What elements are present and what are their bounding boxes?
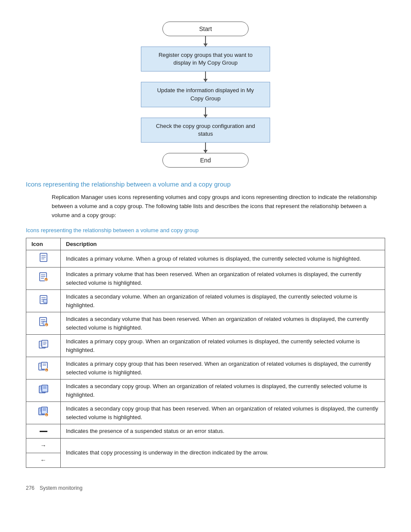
body-text: Replication Manager uses icons represent… (52, 193, 385, 220)
flow-box-1: Register copy groups that you want to di… (141, 47, 270, 72)
table-cell-description: Indicates a primary copy group that has … (61, 357, 385, 380)
table-cell-description: Indicates a primary volume. When a group… (61, 250, 385, 268)
table-row: →Indicates that copy processing is under… (26, 438, 385, 453)
table-row: R Indicates a primary copy group that ha… (26, 357, 385, 380)
primary-copy-group-icon (39, 340, 48, 349)
table-cell-description: Indicates that copy processing is underw… (61, 438, 385, 467)
flow-end: End (162, 153, 249, 168)
flow-start: Start (162, 22, 249, 36)
svg-rect-26 (42, 340, 48, 347)
dash-icon (40, 431, 47, 432)
sub-heading: Icons representing the relationship betw… (26, 227, 385, 233)
flowchart: Start Register copy groups that you want… (132, 22, 279, 168)
table-cell-icon: R (26, 402, 61, 424)
table-cell-icon: R (26, 268, 61, 290)
flow-box-2: Update the information displayed in My C… (141, 82, 270, 107)
table-row: Indicates a primary copy group. When an … (26, 335, 385, 357)
table-cell-icon (26, 335, 61, 357)
svg-rect-41 (42, 385, 48, 392)
table-row: R Indicates a secondary volume that has … (26, 312, 385, 335)
table-cell-description: Indicates a primary volume that has been… (61, 268, 385, 290)
footer-label: System monitoring (40, 485, 82, 491)
footer-page-number: 276 (26, 485, 34, 491)
flow-arrow-1 (205, 36, 206, 47)
col-icon: Icon (26, 238, 61, 250)
svg-text:R: R (45, 324, 47, 327)
secondary-volume-reserved-icon: R (39, 317, 48, 327)
table-cell-icon: R (26, 312, 61, 335)
flow-arrow-4 (205, 143, 206, 153)
table-cell-icon (26, 250, 61, 268)
table-cell-description: Indicates the presence of a suspended st… (61, 424, 385, 439)
svg-text:R: R (45, 279, 47, 281)
primary-copy-group-reserved-icon: R (38, 362, 49, 372)
flow-arrow-2 (205, 72, 206, 82)
table-header-row: Icon Description (26, 238, 385, 250)
svg-rect-14 (44, 299, 47, 303)
table-cell-description: Indicates a secondary volume that has be… (61, 312, 385, 335)
footer: 276 System monitoring (26, 485, 385, 491)
arrow-right-icon: → (40, 441, 47, 450)
secondary-volume-icon (39, 295, 48, 305)
table-cell-description: Indicates a primary copy group. When an … (61, 335, 385, 357)
table-row: Indicates a secondary copy group. When a… (26, 380, 385, 402)
table-row: Indicates a primary volume. When a group… (26, 250, 385, 268)
secondary-copy-group-icon (39, 385, 48, 394)
primary-volume-icon (39, 253, 48, 262)
table-row: Indicates a secondary volume. When an or… (26, 290, 385, 312)
section-heading: Icons representing the relationship betw… (26, 180, 385, 188)
table-cell-icon: ← (26, 453, 61, 467)
table-cell-icon (26, 380, 61, 402)
table-cell-icon: → (26, 438, 61, 453)
table-row: Indicates the presence of a suspended st… (26, 424, 385, 439)
table-row: R Indicates a primary volume that has be… (26, 268, 385, 290)
flow-box-3: Check the copy group configuration and s… (141, 118, 270, 143)
table-row: R Indicates a secondary copy group that … (26, 402, 385, 424)
arrow-left-icon: ← (40, 456, 47, 465)
table-cell-icon: R (26, 357, 61, 380)
primary-volume-reserved-icon: R (39, 272, 48, 283)
svg-text:R: R (45, 414, 47, 417)
table-cell-icon (26, 290, 61, 312)
table-cell-description: Indicates a secondary copy group. When a… (61, 380, 385, 402)
table-cell-description: Indicates a secondary volume. When an or… (61, 290, 385, 312)
icon-table: Icon Description Indicates a primary vol… (26, 238, 385, 468)
table-cell-icon (26, 424, 61, 439)
flow-arrow-3 (205, 107, 206, 118)
svg-text:R: R (45, 369, 47, 372)
col-description: Description (61, 238, 385, 250)
table-cell-description: Indicates a secondary copy group that ha… (61, 402, 385, 424)
secondary-copy-group-reserved-icon: R (38, 407, 49, 417)
